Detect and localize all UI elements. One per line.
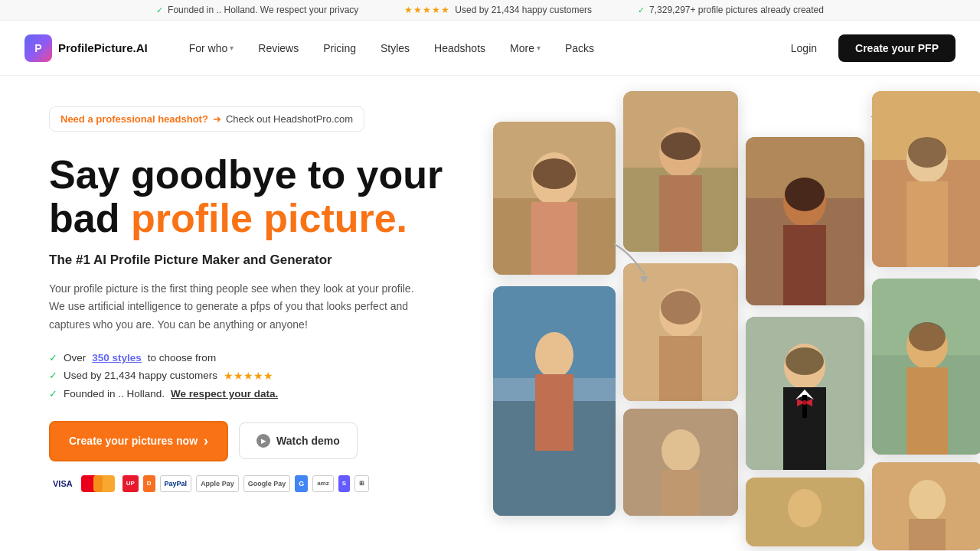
svg-point-43 <box>908 137 946 168</box>
svg-point-15 <box>661 132 701 160</box>
svg-rect-42 <box>906 181 948 267</box>
heading-line1: Say goodbye to your <box>49 152 443 197</box>
svg-point-36 <box>802 400 807 405</box>
create-pictures-button[interactable]: Create your pictures now › <box>49 421 228 461</box>
photo-card-8 <box>872 462 980 550</box>
nav-for-who[interactable]: For who ▾ <box>178 36 245 60</box>
visa-icon: VISA <box>49 475 77 492</box>
topbar-pictures: ✓ 7,329,297+ profile pictures already cr… <box>638 5 824 15</box>
photo-card-7 <box>872 279 980 455</box>
svg-rect-47 <box>906 367 948 455</box>
svg-rect-32 <box>802 395 807 418</box>
action-row: Create your pictures now › ▶ Watch demo <box>49 421 462 461</box>
svg-point-19 <box>661 291 701 324</box>
photo-card-1 <box>493 122 616 275</box>
logo[interactable]: P ProfilePicture.AI <box>24 34 148 62</box>
watch-label: Watch demo <box>276 435 340 447</box>
nav-more[interactable]: More ▾ <box>499 36 551 60</box>
create-btn-label: Create your pictures now <box>69 435 198 447</box>
nav-pricing[interactable]: Pricing <box>312 36 367 60</box>
photo-card-3 <box>623 91 738 252</box>
styles-link[interactable]: 350 styles <box>92 352 142 364</box>
feature-privacy: ✓ Founded in .. Holland. We respect your… <box>49 388 462 399</box>
applepay-icon: Apple Pay <box>196 475 239 492</box>
photo-card-5c <box>746 478 864 546</box>
arrow-right-icon: › <box>204 433 208 449</box>
image-collage: Training set <box>493 91 980 551</box>
svg-point-5 <box>533 158 576 189</box>
hero-subheading: The #1 AI Profile Picture Maker and Gene… <box>49 253 462 268</box>
headshot-link: Need a professional headshot? <box>60 113 208 125</box>
nav-reviews[interactable]: Reviews <box>247 36 309 60</box>
paypal-icon: PayPal <box>160 475 192 492</box>
googlepay-icon: Google Pay <box>243 475 291 492</box>
rating-stars: ★★★★★ <box>224 370 273 382</box>
mastercard-orange-icon <box>93 475 115 492</box>
feature-customers: ✓ Used by 21,434 happy customers ★★★★★ <box>49 370 462 382</box>
svg-point-50 <box>909 480 946 521</box>
check-icon: ✓ <box>156 5 163 15</box>
heading-line2: bad <box>49 196 131 240</box>
svg-point-48 <box>909 322 946 351</box>
photo-card-4b <box>623 409 738 516</box>
payment-icons: VISA UP D PayPal Apple Pay Google Pay G … <box>49 475 462 492</box>
amazon-icon: amz <box>312 475 334 492</box>
nav-headshots[interactable]: Headshots <box>423 36 496 60</box>
check-icon-3: ✓ <box>49 352 57 364</box>
nav-links: For who ▾ Reviews Pricing Styles Headsho… <box>178 36 779 60</box>
create-pfp-button[interactable]: Create your PFP <box>838 34 956 62</box>
svg-rect-51 <box>909 519 946 550</box>
check-icon-5: ✓ <box>49 388 57 399</box>
svg-rect-14 <box>659 175 702 252</box>
privacy-link[interactable]: We respect your data. <box>171 388 278 399</box>
svg-point-38 <box>788 489 822 527</box>
svg-rect-26 <box>783 225 826 305</box>
svg-point-33 <box>786 347 824 375</box>
photo-card-6 <box>872 91 980 267</box>
chevron-down-icon-2: ▾ <box>537 44 541 52</box>
feature-list: ✓ Over 350 styles to choose from ✓ Used … <box>49 352 462 399</box>
discover-icon: D <box>143 475 155 492</box>
hero-heading: Say goodbye to your bad profile picture. <box>49 153 462 240</box>
watch-demo-button[interactable]: ▶ Watch demo <box>239 422 358 459</box>
photo-card-4 <box>623 263 738 401</box>
hero-left: Need a professional headshot? ➜ Check ou… <box>49 106 462 549</box>
connector-arrow-svg <box>606 236 652 282</box>
svg-marker-52 <box>640 276 648 282</box>
logo-icon: P <box>24 34 52 62</box>
photo-card-2 <box>493 286 616 516</box>
arrow-icon: ➜ <box>213 113 221 125</box>
logo-text: ProfilePicture.AI <box>58 41 148 54</box>
svg-rect-10 <box>535 374 573 451</box>
topbar-customers: ★★★★★ Used by 21,434 happy customers <box>404 5 592 15</box>
qr-icon: ⊞ <box>354 475 369 492</box>
svg-rect-22 <box>662 470 700 516</box>
unionpay-icon: UP <box>122 475 139 492</box>
topbar: ✓ Founded in .. Holland. We respect your… <box>0 0 980 21</box>
photo-card-5 <box>746 137 864 305</box>
headshot-banner[interactable]: Need a professional headshot? ➜ Check ou… <box>49 106 364 132</box>
heading-highlight: profile picture. <box>131 196 407 240</box>
svg-point-9 <box>535 332 573 378</box>
svg-rect-4 <box>531 202 577 275</box>
svg-point-21 <box>662 429 700 472</box>
hero-right: Training set <box>462 106 931 549</box>
chevron-down-icon: ▾ <box>230 44 234 52</box>
navbar: P ProfilePicture.AI For who ▾ Reviews Pr… <box>0 21 980 76</box>
play-icon: ▶ <box>256 434 270 448</box>
svg-point-27 <box>785 178 825 211</box>
photo-card-5b <box>746 317 864 470</box>
check-icon-2: ✓ <box>638 5 645 15</box>
google-icon: G <box>295 475 308 492</box>
hero-description: Your profile picture is the first thing … <box>49 280 416 333</box>
svg-rect-18 <box>659 336 702 401</box>
topbar-privacy: ✓ Founded in .. Holland. We respect your… <box>156 5 358 15</box>
stripe-icon: S <box>338 475 350 492</box>
nav-styles[interactable]: Styles <box>370 36 420 60</box>
nav-packs[interactable]: Packs <box>554 36 605 60</box>
login-button[interactable]: Login <box>779 36 829 60</box>
check-icon-4: ✓ <box>49 370 57 381</box>
nav-actions: Login Create your PFP <box>779 34 956 62</box>
headshot-banner-text: Check out HeadshotPro.com <box>226 113 353 125</box>
main-content: Need a professional headshot? ➜ Check ou… <box>0 76 980 549</box>
